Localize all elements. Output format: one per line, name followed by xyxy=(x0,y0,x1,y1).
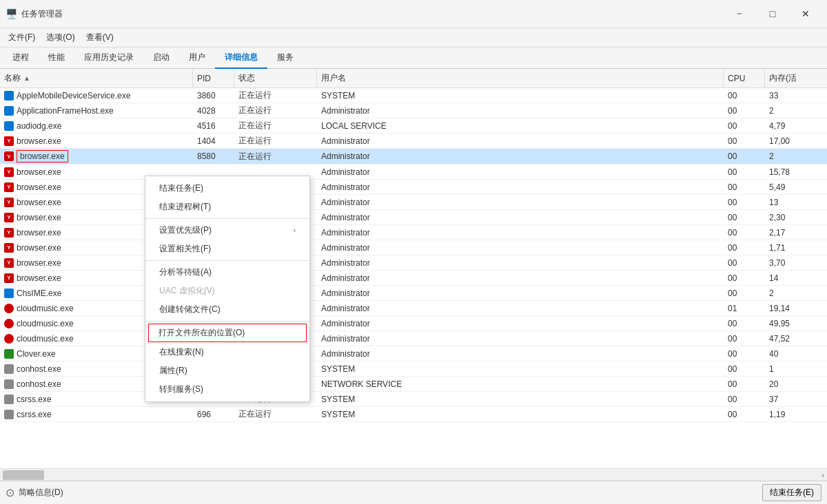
table-row[interactable]: cloudmusic.exe Administrator 00 47,52 xyxy=(0,331,827,346)
table-row[interactable]: Y browser.exe Administrator 00 2,30 xyxy=(0,210,827,225)
proc-icon: Y xyxy=(4,243,14,253)
cell-name: Y browser.exe xyxy=(0,134,193,148)
col-status[interactable]: 状态 xyxy=(234,69,317,87)
ctx-set-affinity[interactable]: 设置相关性(F) xyxy=(145,240,309,258)
cell-memory: 5,49 xyxy=(765,180,827,194)
table-row[interactable]: Y browser.exe Administrator 00 1,71 xyxy=(0,240,827,255)
menu-view[interactable]: 查看(V) xyxy=(81,30,119,45)
table-row[interactable]: csrss.exe 584 正在运行 SYSTEM 00 37 xyxy=(0,392,827,407)
ctx-set-priority[interactable]: 设置优先级(P) › xyxy=(145,221,309,240)
cell-pid: 4028 xyxy=(193,103,234,118)
context-menu: 结束任务(E) 结束进程树(T) 设置优先级(P) › 设置相关性(F) 分析等… xyxy=(145,176,310,402)
proc-name: browser.exe xyxy=(17,198,61,207)
proc-icon: Y xyxy=(4,151,14,161)
tab-services[interactable]: 服务 xyxy=(267,48,303,69)
cell-memory: 20 xyxy=(765,377,827,391)
menu-options[interactable]: 选项(O) xyxy=(41,30,80,45)
cell-username: Administrator xyxy=(317,134,724,148)
minimize-button[interactable]: － xyxy=(724,4,755,23)
tab-app-history[interactable]: 应用历史记录 xyxy=(74,48,143,69)
col-cpu[interactable]: CPU xyxy=(724,69,765,87)
proc-name: cloudmusic.exe xyxy=(17,304,74,313)
ctx-goto-service[interactable]: 转到服务(S) xyxy=(145,380,309,399)
col-name[interactable]: 名称 ▲ xyxy=(0,69,193,87)
cell-cpu: 00 xyxy=(724,346,765,361)
maximize-button[interactable]: □ xyxy=(757,4,788,23)
table-row[interactable]: Y browser.exe Administrator 00 14 xyxy=(0,271,827,286)
cell-name: AppleMobileDeviceService.exe xyxy=(0,88,193,103)
menu-file[interactable]: 文件(F) xyxy=(3,30,41,45)
proc-icon xyxy=(4,379,14,389)
table-row[interactable]: Y browser.exe Administrator 00 13 xyxy=(0,195,827,210)
cell-cpu: 00 xyxy=(724,255,765,270)
cell-memory: 13 xyxy=(765,195,827,209)
proc-icon xyxy=(4,334,14,344)
proc-icon xyxy=(4,106,14,116)
menu-bar: 文件(F) 选项(O) 查看(V) xyxy=(0,28,827,48)
ctx-create-dump[interactable]: 创建转储文件(C) xyxy=(145,300,309,319)
ctx-online-search[interactable]: 在线搜索(N) xyxy=(145,343,309,361)
ctx-end-task[interactable]: 结束任务(E) xyxy=(145,179,309,198)
cell-cpu: 00 xyxy=(724,286,765,300)
brief-info-label[interactable]: 简略信息(D) xyxy=(19,487,63,498)
table-row[interactable]: Y browser.exe 8580 正在运行 Administrator 00… xyxy=(0,149,827,165)
horizontal-scrollbar[interactable]: › xyxy=(0,468,827,481)
cell-memory: 3,70 xyxy=(765,255,827,270)
cell-pid: 696 xyxy=(193,407,234,421)
table-row[interactable]: AppleMobileDeviceService.exe 3860 正在运行 S… xyxy=(0,88,827,103)
table-row[interactable]: Y browser.exe Administrator 00 3,70 xyxy=(0,255,827,271)
ctx-analyze[interactable]: 分析等待链(A) xyxy=(145,263,309,282)
table-row[interactable]: ApplicationFrameHost.exe 4028 正在运行 Admin… xyxy=(0,103,827,118)
ctx-properties[interactable]: 属性(R) xyxy=(145,361,309,380)
table-row[interactable]: ChsIME.exe Administrator 00 2 xyxy=(0,286,827,301)
proc-icon: Y xyxy=(4,136,14,146)
cell-username: Administrator xyxy=(317,180,724,194)
h-scrollbar-thumb[interactable] xyxy=(3,470,44,480)
col-username[interactable]: 用户名 xyxy=(317,69,724,87)
proc-name: browser.exe xyxy=(17,273,61,283)
cell-pid: 1404 xyxy=(193,134,234,148)
tab-processes[interactable]: 进程 xyxy=(3,48,39,69)
tab-users[interactable]: 用户 xyxy=(179,48,215,69)
cell-username: SYSTEM xyxy=(317,407,724,421)
cell-memory: 1,19 xyxy=(765,407,827,421)
status-bar: ⊙ 简略信息(D) 结束任务(E) xyxy=(0,481,827,504)
end-task-button[interactable]: 结束任务(E) xyxy=(762,484,821,501)
table-body[interactable]: AppleMobileDeviceService.exe 3860 正在运行 S… xyxy=(0,88,827,468)
window-icon: 🖥️ xyxy=(6,8,17,19)
cell-cpu: 00 xyxy=(724,377,765,391)
table-row[interactable]: csrss.exe 696 正在运行 SYSTEM 00 1,19 xyxy=(0,407,827,422)
ctx-open-location[interactable]: 打开文件所在的位置(O) xyxy=(148,324,307,342)
table-row[interactable]: Clover.exe 1116 正在运行 Administrator 00 40 xyxy=(0,346,827,361)
table-row[interactable]: Y browser.exe 1404 正在运行 Administrator 00… xyxy=(0,134,827,149)
table-row[interactable]: Y browser.exe Administrator 00 2,17 xyxy=(0,225,827,240)
table-row[interactable]: conhost.exe 4924 正在运行 NETWORK SERVICE 00… xyxy=(0,377,827,392)
cell-cpu: 00 xyxy=(724,134,765,148)
close-button[interactable]: ✕ xyxy=(790,4,821,23)
proc-name: Clover.exe xyxy=(17,349,56,359)
ctx-end-tree[interactable]: 结束进程树(T) xyxy=(145,198,309,216)
proc-name: browser.exe xyxy=(17,182,61,192)
title-controls[interactable]: － □ ✕ xyxy=(724,4,821,23)
tab-startup[interactable]: 启动 xyxy=(143,48,179,69)
table-row[interactable]: Y browser.exe Administrator 00 15,78 xyxy=(0,165,827,180)
proc-name: csrss.exe xyxy=(17,395,52,404)
proc-icon xyxy=(4,288,14,298)
cell-memory: 37 xyxy=(765,392,827,406)
tab-details[interactable]: 详细信息 xyxy=(215,48,267,69)
col-memory[interactable]: 内存(活 xyxy=(765,69,827,87)
cell-username: Administrator xyxy=(317,255,724,270)
proc-icon: Y xyxy=(4,228,14,238)
cell-name: audiodg.exe xyxy=(0,118,193,133)
table-row[interactable]: cloudmusic.exe Administrator 00 49,95 xyxy=(0,316,827,331)
table-row[interactable]: conhost.exe 3276 正在运行 SYSTEM 00 1 xyxy=(0,361,827,377)
table-row[interactable]: Y browser.exe Administrator 00 5,49 xyxy=(0,180,827,195)
cell-cpu: 01 xyxy=(724,301,765,315)
table-row[interactable]: cloudmusic.exe Administrator 01 19,14 xyxy=(0,301,827,316)
tab-performance[interactable]: 性能 xyxy=(39,48,74,69)
cell-username: Administrator xyxy=(317,195,724,209)
proc-icon xyxy=(4,121,14,131)
col-pid[interactable]: PID xyxy=(193,69,234,87)
cell-username: LOCAL SERVICE xyxy=(317,118,724,133)
table-row[interactable]: audiodg.exe 4516 正在运行 LOCAL SERVICE 00 4… xyxy=(0,118,827,134)
